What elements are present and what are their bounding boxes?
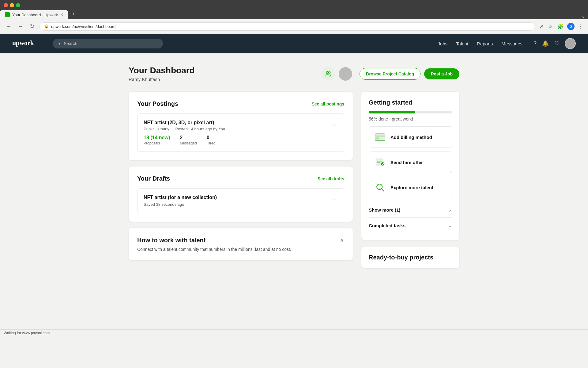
posting-type: Public · Hourly Posted 14 hours ago by Y…: [144, 127, 225, 131]
nav-links: Jobs Talent Reports Messages ? 🔔 ♡: [438, 38, 576, 49]
ready-to-buy-title: Ready-to-buy projects: [369, 254, 452, 261]
how-to-card: How to work with talent ∧ Connect with a…: [129, 228, 353, 260]
notifications-icon[interactable]: 🔔: [542, 40, 549, 47]
address-bar[interactable]: 🔒 upwork.com/nx/wm/client/dashboard: [40, 22, 535, 31]
browser-menu-button[interactable]: ⋮: [577, 22, 584, 31]
extension-button[interactable]: 🧩: [556, 22, 565, 31]
show-more-chevron: ⌄: [447, 206, 452, 213]
dashboard-title-block: Your Dashboard Ramy Khuffash: [129, 66, 314, 82]
upwork-logo[interactable]: upwork: [12, 38, 43, 49]
draft-item: NFT artist (for a new collection) Saved …: [137, 188, 344, 213]
new-tab-button[interactable]: +: [69, 9, 78, 19]
tab-close-button[interactable]: ×: [60, 12, 63, 17]
nav-refresh-button[interactable]: ↻: [28, 22, 36, 31]
svg-point-1: [326, 71, 329, 73]
browser-profile-avatar[interactable]: S: [567, 23, 575, 30]
right-sidebar: Getting started 56% done - great work!: [361, 92, 459, 268]
draft-more-button[interactable]: ···: [328, 195, 338, 204]
browse-project-catalog-button[interactable]: Browse Project Catalog: [360, 68, 420, 80]
postings-header: Your Postings See all postings: [137, 100, 344, 107]
hired-value: 0: [207, 135, 216, 140]
status-bar-text: Waiting for www.paypal.com...: [4, 331, 53, 335]
getting-started-title: Getting started: [369, 99, 452, 106]
tab-title: Your Dashboard - Upwork: [12, 13, 58, 17]
user-avatar-nav[interactable]: [565, 38, 576, 49]
dashboard-icons: [322, 67, 352, 81]
favorites-icon[interactable]: ♡: [554, 40, 559, 47]
posting-more-button[interactable]: ···: [328, 120, 338, 129]
share-button[interactable]: ⤤: [538, 22, 545, 31]
how-to-header: How to work with talent ∧: [137, 236, 344, 244]
your-drafts-card: Your Drafts See all drafts NFT artist (f…: [129, 167, 353, 222]
drafts-header: Your Drafts See all drafts: [137, 175, 344, 182]
svg-rect-3: [375, 136, 385, 137]
nav-forward-button[interactable]: →: [16, 22, 25, 31]
search-input[interactable]: [64, 41, 158, 46]
hired-label: Hired: [207, 141, 216, 145]
billing-icon: [374, 131, 386, 143]
draft-saved: Saved 38 seconds ago: [144, 202, 217, 207]
posting-stats: 18 (14 new) Proposals 2 Messaged 0 Hired: [144, 135, 338, 145]
posting-info: NFT artist (2D, 3D, or pixel art) Public…: [144, 120, 225, 131]
show-more-button[interactable]: Show more (1) ⌄: [369, 202, 452, 217]
svg-line-10: [382, 189, 384, 191]
getting-started-card: Getting started 56% done - great work!: [361, 92, 459, 240]
progress-bar-bg: [369, 111, 452, 113]
nav-jobs-link[interactable]: Jobs: [438, 41, 447, 46]
messaged-value: 2: [180, 135, 197, 140]
proposals-value: 18 (14 new): [144, 135, 170, 140]
see-all-drafts-link[interactable]: See all drafts: [318, 176, 344, 181]
nav-talent-link[interactable]: Talent: [456, 41, 468, 46]
progress-text: 56% done - great work!: [369, 117, 452, 121]
drafts-title: Your Drafts: [137, 175, 170, 182]
explore-talent-icon: [374, 181, 386, 194]
how-to-title: How to work with talent: [137, 237, 205, 244]
add-billing-action[interactable]: Add billing method: [369, 126, 452, 148]
ready-to-buy-card: Ready-to-buy projects: [361, 247, 459, 268]
nav-back-button[interactable]: ←: [4, 22, 13, 31]
show-more-text: Show more (1): [369, 207, 400, 213]
address-text: upwork.com/nx/wm/client/dashboard: [51, 24, 530, 29]
help-icon[interactable]: ?: [533, 40, 537, 47]
bookmark-button[interactable]: ☆: [547, 22, 554, 31]
window-maximize[interactable]: [16, 3, 20, 7]
explore-talent-label: Explore more talent: [390, 185, 433, 190]
dashboard-header: Your Dashboard Ramy Khuffash Browse Proj…: [129, 66, 459, 82]
hired-stat: 0 Hired: [207, 135, 216, 145]
nav-icons: ? 🔔 ♡: [533, 38, 576, 49]
search-dropdown-arrow[interactable]: ▼: [58, 41, 61, 46]
proposals-stat: 18 (14 new) Proposals: [144, 135, 170, 145]
post-job-button[interactable]: Post a Job: [424, 68, 459, 79]
browser-tab-active[interactable]: Your Dashboard - Upwork ×: [0, 10, 68, 19]
your-postings-card: Your Postings See all postings NFT artis…: [129, 92, 353, 160]
search-bar[interactable]: ▼: [53, 39, 163, 48]
send-hire-offer-label: Send hire offer: [390, 160, 423, 165]
dashboard-username: Ramy Khuffash: [129, 77, 314, 82]
window-minimize[interactable]: [10, 3, 14, 7]
how-to-collapse-button[interactable]: ∧: [340, 236, 344, 244]
window-close[interactable]: [4, 3, 8, 7]
how-to-description: Connect with a talent community that num…: [137, 247, 344, 252]
dashboard-title: Your Dashboard: [129, 66, 314, 75]
completed-tasks-button[interactable]: Completed tasks ⌄: [369, 217, 452, 233]
left-column: Your Postings See all postings NFT artis…: [129, 92, 353, 268]
user-profile-icon[interactable]: [339, 67, 352, 81]
team-icon[interactable]: [322, 67, 335, 81]
svg-point-11: [379, 185, 381, 187]
hire-offer-icon: [374, 156, 386, 168]
nav-reports-link[interactable]: Reports: [477, 41, 493, 46]
see-all-postings-link[interactable]: See all postings: [311, 102, 344, 106]
tab-favicon: [5, 12, 10, 17]
status-bar: Waiting for www.paypal.com...: [0, 329, 588, 336]
nav-messages-link[interactable]: Messages: [502, 41, 522, 46]
tab-expand[interactable]: ⌄: [581, 13, 588, 19]
add-billing-label: Add billing method: [390, 135, 432, 140]
lock-icon: 🔒: [44, 24, 49, 29]
explore-talent-action[interactable]: Explore more talent: [369, 177, 452, 198]
send-hire-offer-action[interactable]: Send hire offer: [369, 151, 452, 173]
proposals-label: Proposals: [144, 141, 170, 145]
posting-item: NFT artist (2D, 3D, or pixel art) Public…: [137, 113, 344, 152]
progress-bar-fill: [369, 111, 415, 113]
draft-title: NFT artist (for a new collection): [144, 195, 217, 200]
completed-tasks-chevron: ⌄: [447, 222, 452, 229]
